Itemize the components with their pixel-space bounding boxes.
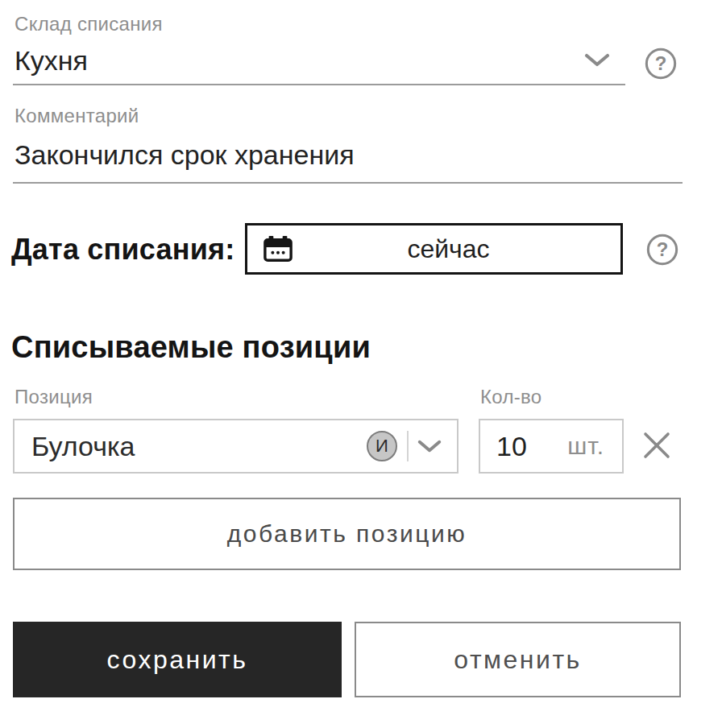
position-label: Позиция <box>15 386 93 408</box>
warehouse-value: Кухня <box>15 45 583 77</box>
comment-input[interactable]: Закончился срок хранения <box>13 127 683 184</box>
select-divider <box>407 431 409 461</box>
add-position-button[interactable]: добавить позицию <box>13 498 681 570</box>
writeoff-date-help-button[interactable]: ? <box>645 233 679 267</box>
writeoff-date-label: Дата списания: <box>11 224 234 275</box>
calendar-icon <box>263 235 293 263</box>
qty-unit: шт. <box>567 432 604 460</box>
cancel-button[interactable]: отменить <box>355 622 681 697</box>
comment-label: Комментарий <box>15 105 139 127</box>
save-button[interactable]: сохранить <box>13 622 342 697</box>
question-circle-icon: ? <box>645 233 679 267</box>
chevron-down-icon[interactable] <box>417 440 442 453</box>
qty-input[interactable]: 10 шт. <box>479 419 624 474</box>
question-circle-icon: ? <box>644 47 678 81</box>
items-section-heading: Списываемые позиции <box>11 330 371 365</box>
warehouse-select[interactable]: Кухня <box>13 37 625 85</box>
position-value: Булочка <box>31 431 367 462</box>
close-x-icon <box>641 429 673 461</box>
svg-text:?: ? <box>657 238 669 260</box>
chevron-down-icon[interactable] <box>583 53 611 68</box>
writeoff-form: Склад списания Кухня ? Комментарий Закон… <box>0 0 722 728</box>
svg-text:?: ? <box>655 52 667 74</box>
modifier-badge: И <box>367 431 397 461</box>
comment-value: Закончился срок хранения <box>15 139 355 171</box>
qty-value: 10 <box>496 431 567 462</box>
position-select[interactable]: Булочка И <box>13 419 459 474</box>
writeoff-date-button[interactable]: сейчас <box>245 223 623 275</box>
warehouse-help-button[interactable]: ? <box>644 47 678 81</box>
writeoff-date-value: сейчас <box>293 234 620 264</box>
delete-row-button[interactable] <box>640 428 674 462</box>
warehouse-label: Склад списания <box>15 13 163 35</box>
qty-label: Кол-во <box>480 386 542 408</box>
